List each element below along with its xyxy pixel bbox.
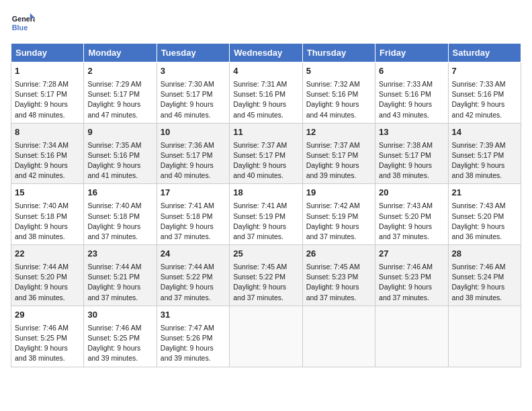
day-number: 17 — [161, 187, 226, 199]
day-info: Sunrise: 7:40 AM — [87, 201, 152, 211]
calendar-cell: 26Sunrise: 7:45 AMSunset: 5:23 PMDayligh… — [302, 245, 375, 306]
day-info: Sunrise: 7:46 AM — [87, 323, 152, 333]
calendar-body: 1Sunrise: 7:28 AMSunset: 5:17 PMDaylight… — [11, 62, 521, 367]
calendar-cell: 18Sunrise: 7:41 AMSunset: 5:19 PMDayligh… — [230, 184, 302, 245]
day-number: 20 — [379, 187, 444, 199]
day-info: Daylight: 9 hours and 38 minutes. — [15, 343, 80, 363]
logo: General Blue — [11, 11, 35, 35]
day-info: Sunrise: 7:46 AM — [452, 262, 517, 272]
svg-text:Blue: Blue — [12, 24, 28, 32]
day-header-sunday: Sunday — [11, 44, 84, 62]
week-row-4: 22Sunrise: 7:44 AMSunset: 5:20 PMDayligh… — [11, 245, 521, 306]
day-info: Sunrise: 7:45 AM — [306, 262, 371, 272]
day-info: Daylight: 9 hours and 37 minutes. — [161, 222, 226, 242]
week-row-1: 1Sunrise: 7:28 AMSunset: 5:17 PMDaylight… — [11, 62, 521, 124]
day-info: Sunrise: 7:41 AM — [233, 201, 298, 211]
calendar-cell — [448, 306, 521, 367]
day-info: Daylight: 9 hours and 37 minutes. — [87, 222, 152, 242]
calendar-cell: 13Sunrise: 7:38 AMSunset: 5:17 PMDayligh… — [375, 123, 448, 184]
calendar-cell: 31Sunrise: 7:47 AMSunset: 5:26 PMDayligh… — [157, 306, 229, 367]
day-info: Sunset: 5:20 PM — [379, 212, 444, 222]
day-info: Daylight: 9 hours and 44 minutes. — [306, 99, 371, 120]
calendar-cell: 11Sunrise: 7:37 AMSunset: 5:17 PMDayligh… — [230, 123, 302, 184]
day-info: Sunset: 5:25 PM — [87, 333, 152, 343]
calendar-table: SundayMondayTuesdayWednesdayThursdayFrid… — [11, 43, 521, 367]
day-info: Sunrise: 7:45 AM — [233, 262, 298, 272]
day-number: 28 — [452, 248, 517, 261]
day-info: Sunset: 5:16 PM — [306, 89, 371, 99]
calendar-cell: 8Sunrise: 7:34 AMSunset: 5:16 PMDaylight… — [11, 123, 84, 184]
day-info: Sunset: 5:16 PM — [87, 150, 152, 161]
day-info: Daylight: 9 hours and 38 minutes. — [452, 282, 517, 302]
day-number: 6 — [379, 65, 444, 78]
calendar-cell: 22Sunrise: 7:44 AMSunset: 5:20 PMDayligh… — [11, 245, 84, 306]
day-number: 22 — [15, 248, 80, 261]
calendar-cell: 25Sunrise: 7:45 AMSunset: 5:22 PMDayligh… — [230, 245, 302, 306]
calendar-cell: 28Sunrise: 7:46 AMSunset: 5:24 PMDayligh… — [448, 245, 521, 306]
day-info: Sunrise: 7:44 AM — [15, 262, 80, 272]
day-info: Sunrise: 7:46 AM — [15, 323, 80, 333]
day-number: 1 — [15, 65, 80, 78]
calendar-cell: 7Sunrise: 7:33 AMSunset: 5:16 PMDaylight… — [448, 62, 521, 124]
calendar-cell: 27Sunrise: 7:46 AMSunset: 5:23 PMDayligh… — [375, 245, 448, 306]
day-info: Daylight: 9 hours and 42 minutes. — [15, 161, 80, 181]
calendar-cell: 9Sunrise: 7:35 AMSunset: 5:16 PMDaylight… — [84, 123, 157, 184]
calendar-cell: 19Sunrise: 7:42 AMSunset: 5:19 PMDayligh… — [302, 184, 375, 245]
calendar-cell: 6Sunrise: 7:33 AMSunset: 5:16 PMDaylight… — [375, 62, 448, 124]
day-info: Sunset: 5:18 PM — [15, 212, 80, 222]
day-info: Sunset: 5:23 PM — [379, 272, 444, 282]
day-info: Sunset: 5:18 PM — [87, 212, 152, 222]
day-number: 27 — [379, 248, 444, 261]
day-info: Sunset: 5:22 PM — [233, 272, 298, 282]
calendar-cell: 14Sunrise: 7:39 AMSunset: 5:17 PMDayligh… — [448, 123, 521, 184]
day-info: Daylight: 9 hours and 36 minutes. — [452, 222, 517, 242]
day-info: Sunset: 5:16 PM — [15, 150, 80, 161]
day-info: Daylight: 9 hours and 39 minutes. — [161, 343, 226, 363]
day-header-monday: Monday — [84, 44, 157, 62]
calendar-cell: 21Sunrise: 7:43 AMSunset: 5:20 PMDayligh… — [448, 184, 521, 245]
day-number: 30 — [87, 309, 152, 322]
calendar-cell: 20Sunrise: 7:43 AMSunset: 5:20 PMDayligh… — [375, 184, 448, 245]
day-number: 4 — [233, 65, 298, 78]
day-info: Sunrise: 7:46 AM — [379, 262, 444, 272]
day-info: Sunrise: 7:42 AM — [306, 201, 371, 211]
day-info: Daylight: 9 hours and 37 minutes. — [161, 282, 226, 302]
day-info: Sunset: 5:20 PM — [452, 212, 517, 222]
day-info: Sunset: 5:17 PM — [15, 89, 80, 99]
day-info: Sunset: 5:17 PM — [306, 150, 371, 161]
day-info: Sunrise: 7:29 AM — [87, 79, 152, 89]
day-info: Sunrise: 7:43 AM — [452, 201, 517, 211]
day-info: Sunrise: 7:32 AM — [306, 79, 371, 89]
day-info: Daylight: 9 hours and 36 minutes. — [15, 282, 80, 302]
day-info: Daylight: 9 hours and 46 minutes. — [161, 99, 226, 120]
week-row-5: 29Sunrise: 7:46 AMSunset: 5:25 PMDayligh… — [11, 306, 521, 367]
day-info: Sunset: 5:17 PM — [161, 89, 226, 99]
day-info: Sunset: 5:23 PM — [306, 272, 371, 282]
day-number: 18 — [233, 187, 298, 199]
calendar-cell: 4Sunrise: 7:31 AMSunset: 5:16 PMDaylight… — [230, 62, 302, 124]
day-number: 14 — [452, 126, 517, 139]
day-info: Sunset: 5:17 PM — [87, 89, 152, 99]
day-info: Sunset: 5:17 PM — [161, 150, 226, 161]
calendar-cell: 2Sunrise: 7:29 AMSunset: 5:17 PMDaylight… — [84, 62, 157, 124]
day-info: Daylight: 9 hours and 37 minutes. — [233, 282, 298, 302]
day-number: 19 — [306, 187, 371, 199]
calendar-cell — [230, 306, 302, 367]
page-header: General Blue — [11, 11, 521, 35]
day-info: Sunrise: 7:37 AM — [306, 140, 371, 150]
day-info: Sunrise: 7:44 AM — [161, 262, 226, 272]
day-number: 2 — [87, 65, 152, 78]
day-info: Sunset: 5:17 PM — [379, 150, 444, 161]
day-number: 3 — [161, 65, 226, 78]
day-number: 26 — [306, 248, 371, 261]
day-info: Sunset: 5:24 PM — [452, 272, 517, 282]
day-info: Sunset: 5:16 PM — [379, 89, 444, 99]
day-number: 31 — [161, 309, 226, 322]
week-row-3: 15Sunrise: 7:40 AMSunset: 5:18 PMDayligh… — [11, 184, 521, 245]
day-info: Daylight: 9 hours and 45 minutes. — [233, 99, 298, 120]
calendar-cell: 16Sunrise: 7:40 AMSunset: 5:18 PMDayligh… — [84, 184, 157, 245]
day-info: Daylight: 9 hours and 38 minutes. — [15, 222, 80, 242]
day-info: Sunset: 5:17 PM — [233, 150, 298, 161]
day-header-friday: Friday — [375, 44, 448, 62]
day-number: 16 — [87, 187, 152, 199]
